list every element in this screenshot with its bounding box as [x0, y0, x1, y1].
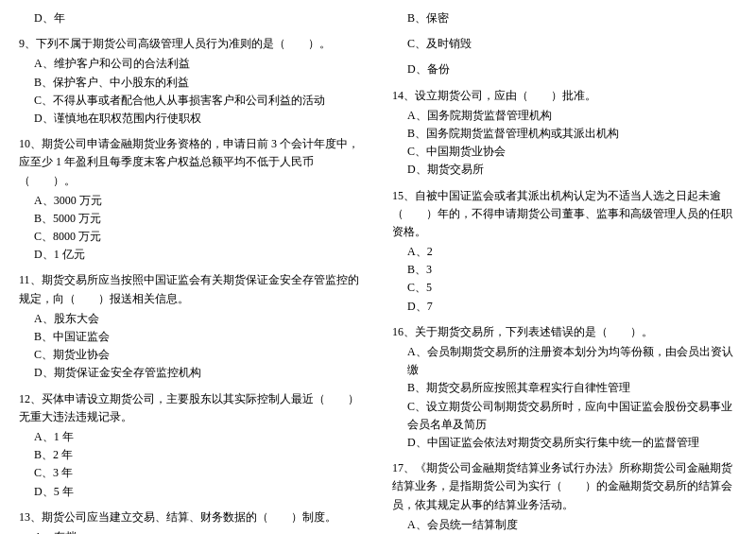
question-11-title: 11、期货交易所应当按照中国证监会有关期货保证金安全存管监控的规定，向（ ）报送… [19, 271, 364, 307]
question-10-option-d: D、1 亿元 [19, 246, 364, 264]
question-17-option-a: A、会员统一结算制度 [392, 516, 737, 534]
question-16-option-d: D、中国证监会依法对期货交易所实行集中统一的监督管理 [392, 434, 737, 452]
question-block-16: 16、关于期货交易所，下列表述错误的是（ ）。 A、会员制期货交易所的注册资本划… [392, 323, 737, 452]
question-block-11: 11、期货交易所应当按照中国证监会有关期货保证金安全存管监控的规定，向（ ）报送… [19, 271, 364, 382]
question-14-option-d: D、期货交易所 [392, 161, 737, 179]
question-9-option-a: A、维护客户和公司的合法利益 [19, 55, 364, 73]
question-14-option-c: C、中国期货业协会 [392, 143, 737, 161]
question-block-14: 14、设立期货公司，应由（ ）批准。 A、国务院期货监督管理机构 B、国务院期货… [392, 87, 737, 180]
right-column: B、保密 C、及时销毁 D、备份 14、设立期货公司，应由（ ）批准。 A、国务… [383, 9, 737, 534]
question-block-12: 12、买体申请设立期货公司，主要股东以其实际控制人最近（ ）无重大违法违规记录。… [19, 390, 364, 501]
question-block-17: 17、《期货公司金融期货结算业务试行办法》所称期货公司金融期货结算业务，是指期货… [392, 459, 737, 534]
question-12-option-b: B、2 年 [19, 446, 364, 464]
question-13-title: 13、期货公司应当建立交易、结算、财务数据的（ ）制度。 [19, 508, 364, 526]
question-block-10: 10、期货公司申请金融期货业务资格的，申请日前 3 个会计年度中，应至少 1 年… [19, 135, 364, 264]
question-16-option-c: C、设立期货公司制期货交易所时，应向中国证监会股份交易事业会员名单及简历 [392, 398, 737, 434]
two-column-layout: D、年 9、下列不属于期货公司高级管理人员行为准则的是（ ）。 A、维护客户和公… [19, 9, 737, 534]
question-9-option-c: C、不得从事或者配合他人从事损害客户和公司利益的活动 [19, 92, 364, 110]
question-11-option-a: A、股东大会 [19, 310, 364, 328]
question-14-option-b: B、国务院期货监督管理机构或其派出机构 [392, 125, 737, 143]
question-block-13: 13、期货公司应当建立交易、结算、财务数据的（ ）制度。 A、存档 [19, 508, 364, 534]
option-d-befen: D、备份 [392, 60, 737, 78]
question-16-option-b: B、期货交易所应按照其章程实行自律性管理 [392, 379, 737, 397]
question-block-9: 9、下列不属于期货公司高级管理人员行为准则的是（ ）。 A、维护客户和公司的合法… [19, 35, 364, 128]
question-11-option-d: D、期货保证金安全存管监控机构 [19, 364, 364, 382]
question-10-option-b: B、5000 万元 [19, 210, 364, 228]
question-9-title: 9、下列不属于期货公司高级管理人员行为准则的是（ ）。 [19, 35, 364, 53]
question-15-option-d: D、7 [392, 298, 737, 316]
question-block-d-befen: D、备份 [392, 60, 737, 78]
question-16-title: 16、关于期货交易所，下列表述错误的是（ ）。 [392, 323, 737, 341]
question-14-option-a: A、国务院期货监督管理机构 [392, 107, 737, 125]
question-13-option-a: A、存档 [19, 528, 364, 534]
left-column: D、年 9、下列不属于期货公司高级管理人员行为准则的是（ ）。 A、维护客户和公… [19, 9, 373, 534]
question-9-option-b: B、保护客户、中小股东的利益 [19, 74, 364, 92]
question-block-15: 15、自被中国证监会或者其派出机构认定为不适当人选之日起未逾（ ）年的，不得申请… [392, 187, 737, 316]
question-12-option-c: C、3 年 [19, 464, 364, 482]
question-12-option-d: D、5 年 [19, 483, 364, 501]
question-15-title: 15、自被中国证监会或者其派出机构认定为不适当人选之日起未逾（ ）年的，不得申请… [392, 187, 737, 242]
question-15-option-a: A、2 [392, 243, 737, 261]
page-content: D、年 9、下列不属于期货公司高级管理人员行为准则的是（ ）。 A、维护客户和公… [19, 9, 737, 534]
question-14-title: 14、设立期货公司，应由（ ）批准。 [392, 87, 737, 105]
question-10-title: 10、期货公司申请金融期货业务资格的，申请日前 3 个会计年度中，应至少 1 年… [19, 135, 364, 190]
question-15-option-b: B、3 [392, 261, 737, 279]
question-10-option-c: C、8000 万元 [19, 228, 364, 246]
question-9-option-d: D、谨慎地在职权范围内行使职权 [19, 110, 364, 128]
question-block-c-jishi: C、及时销毁 [392, 35, 737, 53]
question-block-b-bimi: B、保密 [392, 9, 737, 27]
option-b-bimi: B、保密 [392, 9, 737, 27]
question-17-title: 17、《期货公司金融期货结算业务试行办法》所称期货公司金融期货结算业务，是指期货… [392, 459, 737, 514]
question-block-d-year: D、年 [19, 9, 364, 27]
question-11-option-b: B、中国证监会 [19, 328, 364, 346]
question-11-option-c: C、期货业协会 [19, 346, 364, 364]
question-12-option-a: A、1 年 [19, 428, 364, 446]
question-15-option-c: C、5 [392, 279, 737, 297]
option-d-year: D、年 [19, 9, 364, 27]
question-10-option-a: A、3000 万元 [19, 192, 364, 210]
question-16-option-a: A、会员制期货交易所的注册资本划分为均等份额，由会员出资认缴 [392, 343, 737, 379]
option-c-jishi: C、及时销毁 [392, 35, 737, 53]
question-12-title: 12、买体申请设立期货公司，主要股东以其实际控制人最近（ ）无重大违法违规记录。 [19, 390, 364, 426]
